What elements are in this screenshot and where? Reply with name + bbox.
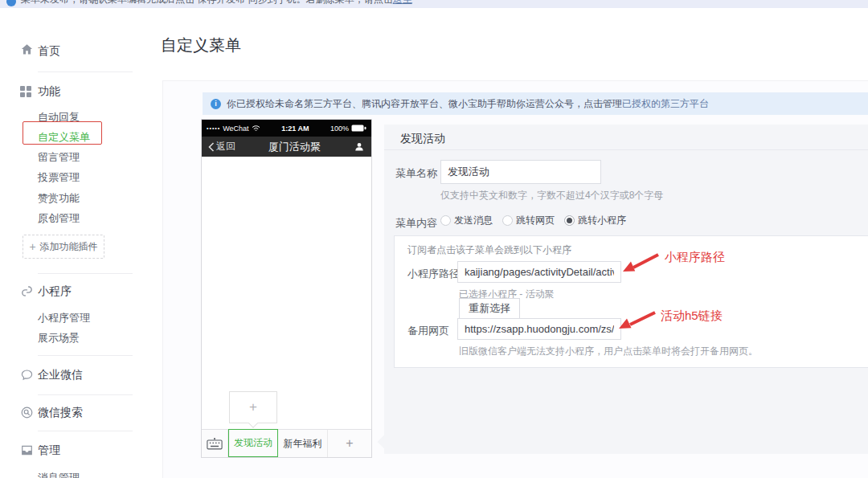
divider (38, 273, 133, 274)
divider (38, 71, 133, 72)
sidebar-item-auto-reply[interactable]: 自动回复 (38, 110, 80, 125)
radio-label: 跳转小程序 (578, 214, 626, 227)
top-notice-bar: 菜单未发布，请确认菜单编辑完成后点击 保存并发布 同步到手机。若删除菜单，请点击… (0, 0, 868, 8)
radio-checked-icon (564, 215, 575, 226)
annotation-mp-path: 小程序路径 (665, 250, 725, 265)
phone-time: 1:21 AM (260, 125, 330, 133)
sidebar-item-home[interactable]: 首页 (38, 44, 60, 59)
features-grid-icon (20, 86, 34, 100)
work-wechat-chat-icon (20, 368, 34, 382)
red-arrow-annotation (616, 309, 657, 332)
radio-jump-miniprogram[interactable]: 跳转小程序 (564, 214, 626, 227)
editor-panel-title: 发现活动 (400, 132, 445, 146)
plus-icon: + (249, 399, 257, 415)
reselect-button[interactable]: 重新选择 (459, 298, 520, 319)
divider (38, 431, 133, 431)
miniprogram-path-input[interactable] (457, 261, 621, 283)
sidebar-item-miniprogram-manage[interactable]: 小程序管理 (38, 311, 90, 325)
carrier-label: WeChat (223, 125, 248, 133)
radio-icon (502, 215, 513, 226)
notice-link[interactable]: 这里 (393, 0, 412, 5)
sidebar-item-votes[interactable]: 投票管理 (38, 170, 80, 185)
sidebar-item-original[interactable]: 原创管理 (38, 211, 80, 226)
add-submenu-button[interactable]: + (229, 391, 277, 423)
phone-status-bar: ••••• WeChat 1:21 AM 100% (202, 120, 371, 137)
notice-text-body: 菜单未发布，请确认菜单编辑完成后点击 保存并发布 同步到手机。若删除菜单，请点击 (21, 0, 393, 5)
sidebar-item-features[interactable]: 功能 (38, 84, 60, 99)
phone-menu-bar: 发现活动 新年福利 + (202, 429, 371, 457)
sidebar-item-reward[interactable]: 赞赏功能 (38, 191, 80, 206)
radio-icon (440, 215, 451, 226)
menu-item-newyear-bonus[interactable]: 新年福利 (278, 430, 328, 457)
radio-label: 跳转网页 (516, 214, 555, 227)
sidebar-item-work-wechat[interactable]: 企业微信 (38, 368, 83, 382)
banner-link[interactable]: 已授权的第三方平台 (622, 97, 709, 111)
phone-preview: ••••• WeChat 1:21 AM 100% 返回 厦门活动聚 (201, 119, 372, 458)
battery-icon (351, 125, 366, 132)
info-icon: i (211, 99, 221, 109)
menu-name-label: 菜单名称 (395, 166, 437, 181)
phone-chat-body (202, 157, 371, 429)
red-arrow-annotation (620, 251, 661, 275)
phone-nav-bar: 返回 厦门活动聚 (202, 137, 371, 157)
radio-jump-webpage[interactable]: 跳转网页 (502, 214, 555, 227)
sidebar-item-display-scene[interactable]: 展示场景 (38, 331, 80, 345)
sidebar-item-comments[interactable]: 留言管理 (38, 150, 80, 165)
info-icon (6, 0, 16, 6)
signal-dots-icon: ••••• (207, 125, 220, 131)
manage-tray-icon (20, 443, 34, 457)
menu-content-options: 发送消息 跳转网页 跳转小程序 (440, 214, 636, 227)
backup-page-hint: 旧版微信客户端无法支持小程序，用户点击菜单时将会打开备用网页。 (459, 345, 758, 358)
keyboard-toggle[interactable] (202, 430, 228, 457)
menu-content-label: 菜单内容 (395, 216, 437, 231)
add-plugin-button[interactable]: + 添加功能插件 (23, 235, 104, 259)
menu-name-input[interactable] (440, 160, 601, 184)
miniprogram-intro: 订阅者点击该子菜单会跳到以下小程序 (407, 243, 571, 257)
banner-text: 你已授权给未命名第三方平台、腾讯内容开放平台、微小宝助手帮助你运营公众号，点击管… (227, 97, 622, 111)
person-icon[interactable] (354, 141, 365, 153)
annotation-h5-link: 活动h5链接 (661, 308, 723, 324)
wifi-icon (252, 125, 260, 132)
battery-percent: 100% (330, 125, 349, 133)
back-label: 返回 (216, 140, 235, 153)
menu-editor-panel: 发现活动 菜单名称 仅支持中英文和数字，字数不超过4个汉字或8个字母 菜单内容 … (384, 125, 868, 454)
sidebar-item-wechat-search[interactable]: 微信搜索 (38, 406, 83, 420)
sidebar-item-custom-menu[interactable]: 自定义菜单 (38, 130, 90, 145)
keyboard-icon (207, 438, 223, 450)
chevron-left-icon (208, 142, 215, 152)
sidebar: 首页 功能 自动回复 自定义菜单 留言管理 投票管理 赞赏功能 原创管理 + 添… (0, 8, 145, 478)
notice-text: 菜单未发布，请确认菜单编辑完成后点击 保存并发布 同步到手机。若删除菜单，请点击… (21, 0, 412, 6)
miniprogram-path-label: 小程序路径 (407, 267, 460, 281)
home-icon (20, 43, 34, 56)
wechat-search-icon (20, 406, 34, 419)
backup-page-input[interactable] (457, 318, 621, 340)
backup-page-label: 备用网页 (407, 324, 449, 338)
wechat-mp-admin: 菜单未发布，请确认菜单编辑完成后点击 保存并发布 同步到手机。若删除菜单，请点击… (0, 0, 868, 478)
divider (38, 355, 133, 356)
account-title: 厦门活动聚 (235, 140, 354, 154)
plus-icon: + (29, 240, 35, 253)
add-menu-button[interactable]: + (328, 430, 371, 457)
divider (38, 394, 133, 395)
back-button[interactable]: 返回 (208, 140, 235, 153)
radio-label: 发送消息 (454, 214, 493, 227)
sidebar-item-manage[interactable]: 管理 (38, 443, 60, 458)
add-plugin-label: 添加功能插件 (40, 240, 98, 254)
miniprogram-icon (20, 284, 34, 298)
menu-name-hint: 仅支持中英文和数字，字数不超过4个汉字或8个字母 (440, 189, 663, 202)
divider (384, 149, 868, 150)
sidebar-item-miniprogram[interactable]: 小程序 (38, 284, 72, 299)
authorization-banner: i 你已授权给未命名第三方平台、腾讯内容开放平台、微小宝助手帮助你运营公众号，点… (203, 92, 868, 115)
sidebar-item-message-manage[interactable]: 消息管理 (38, 471, 80, 478)
page-title: 自定义菜单 (161, 35, 241, 56)
radio-send-message[interactable]: 发送消息 (440, 214, 493, 227)
menu-item-discover-activity[interactable]: 发现活动 (228, 429, 278, 457)
